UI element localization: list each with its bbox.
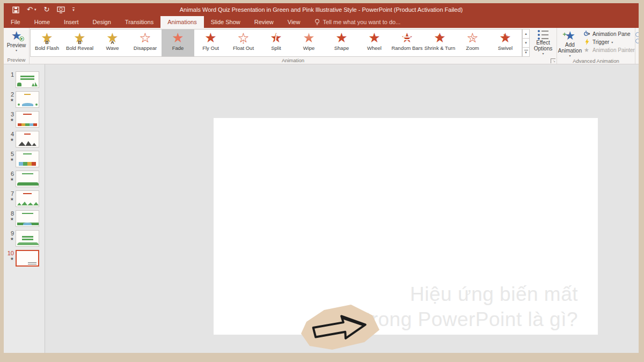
slide-thumb-3[interactable]: 3★ [7,111,45,128]
animation-pane-icon [584,31,590,37]
slide-thumb-4[interactable]: 4★ [7,131,45,147]
slide-thumb-5[interactable]: 5★ [7,151,45,167]
wave-icon: ★A [106,31,118,45]
quick-access-toolbar: ↶▾ ↻ ▾ [4,6,75,13]
slide-thumb-2[interactable]: 2★ [7,91,45,108]
anim-zoom[interactable]: ☆↘Zoom [456,29,489,56]
lightbulb-icon [314,19,320,26]
delay-clock-icon [635,39,639,43]
thumbnail-image[interactable] [16,190,39,207]
anim-random-bars[interactable]: ★Random Bars [391,29,423,56]
tab-review[interactable]: Review [247,16,281,28]
thumbnail-image[interactable] [16,250,39,267]
slide-thumb-1[interactable]: 1 [7,71,45,88]
trigger-button[interactable]: Trigger ▾ [584,39,635,45]
bold-reveal-icon: ★B [74,31,85,45]
tab-file[interactable]: File [4,16,27,28]
animation-star-indicator: ★ [10,237,14,242]
thumbnail-image[interactable] [16,131,39,147]
gallery-scrollbar: ▲ ▼ ▼ [522,29,530,57]
slide-faded-text[interactable]: Hiệu ứng biến mất trong PowerPoint là gì… [365,282,578,332]
slide-thumb-8[interactable]: 8★ [7,210,45,227]
anim-split[interactable]: ★Split [260,29,292,56]
thumbnail-image[interactable] [16,111,39,128]
animation-star-indicator: ★ [10,197,14,202]
thumbnail-image[interactable] [16,230,39,247]
slide-thumb-7[interactable]: 7★ [7,190,45,207]
add-animation-caret[interactable]: ▾ [569,54,570,57]
anim-bold-flash[interactable]: ★BBold Flash [31,29,63,56]
tab-insert[interactable]: Insert [57,16,86,28]
animation-dialog-launcher[interactable]: ↘ [551,58,555,63]
preview-dropdown-caret[interactable]: ▾ [16,48,17,52]
effect-options-caret[interactable]: ▾ [542,51,544,55]
anim-float-out[interactable]: ☆↓Float Out [227,29,260,56]
tell-me-box[interactable]: Tell me what you want to do... [307,16,400,28]
tab-animations[interactable]: Animations [160,16,203,28]
thumbnail-image[interactable] [16,171,39,187]
animation-pane-button[interactable]: Animation Pane [584,31,635,37]
tab-view[interactable]: View [281,16,308,28]
tab-home[interactable]: Home [27,16,57,28]
zoom-icon: ☆↘ [466,31,478,45]
anim-wheel[interactable]: ★Wheel [358,29,391,56]
animation-painter-icon: ★ [584,47,590,53]
add-animation-button[interactable]: ★＋ Add Animation ▾ [557,28,583,57]
wipe-icon: ★ [303,31,314,45]
preview-button[interactable]: ★▶ Preview ▾ [4,28,29,56]
anim-disappear[interactable]: ☆Disappear [129,29,162,56]
tab-design[interactable]: Design [86,16,118,28]
hand-drawn-arrow-shape[interactable] [300,300,380,351]
thumbnail-image[interactable] [16,210,39,227]
start-from-beginning-button[interactable] [57,6,65,13]
float-out-icon: ☆↓ [237,31,249,45]
anim-wave[interactable]: ★AWave [96,29,129,56]
trigger-icon [584,39,590,45]
tell-me-placeholder: Tell me what you want to do... [323,19,400,25]
preview-group-label: Preview [4,56,29,64]
bold-flash-icon: ★B [41,31,53,45]
animation-star-indicator: ★ [10,117,14,123]
tab-slide-show[interactable]: Slide Show [204,16,247,28]
animation-star-indicator: ★ [10,137,14,143]
effect-options-button[interactable]: Effect Options ▾ [530,28,557,57]
anim-shrink-turn[interactable]: ★↷Shrink & Turn [423,29,456,56]
anim-fade[interactable]: ★Fade [162,29,194,56]
effect-options-icon [538,30,548,40]
advanced-animation-stack: Animation Pane Trigger ▾ ★ Animation Pai… [583,28,635,57]
window-title: Animals Word Quiz Presentation in Green … [4,6,639,13]
undo-dropdown-caret[interactable]: ▾ [34,6,36,13]
gallery-more-button[interactable]: ▼ [522,48,530,57]
anim-swivel[interactable]: ★↻Swivel [489,29,522,56]
animation-star-indicator: ★ [10,177,14,182]
save-button[interactable] [12,6,19,13]
play-icon: ▶ [19,36,24,41]
redo-button[interactable]: ↻ [43,6,49,13]
undo-button[interactable]: ↶▾ [27,6,36,13]
advanced-animation-group-label: Advanced Animation [557,57,635,64]
anim-bold-reveal[interactable]: ★BBold Reveal [63,29,96,56]
gallery-scroll-up-button[interactable]: ▲ [522,29,530,39]
slide-thumb-6[interactable]: 6★ [7,171,45,187]
slide-thumb-9[interactable]: 9★ [7,230,45,247]
save-icon [12,6,19,13]
screenshot-frame: ↶▾ ↻ ▾ Animals Word Quiz Presentation in… [0,0,644,362]
main-content: 1 2★ 3★ 4★ 5★ [4,64,639,353]
anim-fly-out[interactable]: ★↓Fly Out [194,29,227,56]
customize-qat-button[interactable]: ▾ [72,8,75,12]
slide-thumb-10[interactable]: 10★ [7,250,45,267]
tab-transitions[interactable]: Transitions [118,16,160,28]
anim-shape[interactable]: ★☆Shape [325,29,358,56]
trigger-caret[interactable]: ▾ [611,40,613,44]
thumbnail-image[interactable] [16,151,39,167]
fly-out-icon: ★↓ [204,31,216,45]
faded-text-line1: Hiệu ứng biến mất [365,282,578,307]
slide-canvas[interactable]: Hiệu ứng biến mất trong PowerPoint là gì… [214,118,598,335]
anim-wipe[interactable]: ★Wipe [292,29,325,56]
thumbnail-image[interactable] [16,71,39,88]
swivel-icon: ★↻ [499,31,511,45]
thumbnail-image[interactable] [16,91,39,108]
shrink-and-turn-icon: ★↷ [434,31,445,45]
gallery-scroll-down-button[interactable]: ▼ [522,39,530,48]
duration-clock-icon [635,32,639,37]
